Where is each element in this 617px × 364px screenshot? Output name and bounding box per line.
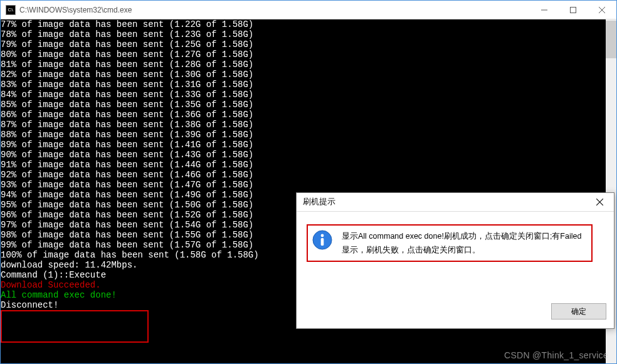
console-line: 77% of image data has been sent (1.22G o… [1, 19, 606, 29]
console-line: 85% of image data has been sent (1.35G o… [1, 100, 606, 110]
window-controls [530, 1, 616, 19]
svg-rect-1 [571, 7, 576, 13]
console-line: 79% of image data has been sent (1.25G o… [1, 39, 606, 49]
window-title: C:\WINDOWS\system32\cmd.exe [19, 6, 530, 14]
dialog-message: 显示All command exec done!刷机成功，点击确定关闭窗口;有F… [342, 229, 588, 257]
svg-rect-8 [321, 238, 324, 246]
console-line: 90% of image data has been sent (1.43G o… [1, 150, 606, 160]
dialog-titlebar: 刷机提示 [297, 193, 614, 212]
console-line: 84% of image data has been sent (1.33G o… [1, 90, 606, 100]
scrollbar-thumb[interactable] [606, 21, 616, 58]
console-line: 78% of image data has been sent (1.23G o… [1, 29, 606, 39]
dialog-footer: 确定 [297, 298, 614, 328]
cmd-icon: C:\. [6, 5, 16, 15]
flash-dialog: 刷机提示 显示All command exec done!刷机成功，点击确定关闭… [296, 192, 614, 329]
console-line: 92% of image data has been sent (1.46G o… [1, 170, 606, 180]
dialog-close-button[interactable] [586, 193, 614, 211]
dialog-title: 刷机提示 [303, 197, 586, 207]
console-line: 89% of image data has been sent (1.41G o… [1, 140, 606, 150]
console-line: 80% of image data has been sent (1.27G o… [1, 49, 606, 60]
titlebar: C:\. C:\WINDOWS\system32\cmd.exe [1, 1, 616, 19]
maximize-button[interactable] [559, 1, 588, 19]
console-line: 82% of image data has been sent (1.30G o… [1, 70, 606, 80]
ok-button[interactable]: 确定 [551, 303, 606, 320]
console-line: 83% of image data has been sent (1.31G o… [1, 80, 606, 90]
dialog-message-row: 显示All command exec done!刷机成功，点击确定关闭窗口;有F… [307, 224, 593, 262]
minimize-button[interactable] [530, 1, 559, 19]
highlight-box-console [1, 310, 149, 343]
console-line: 86% of image data has been sent (1.36G o… [1, 110, 606, 120]
console-line: 87% of image data has been sent (1.38G o… [1, 120, 606, 130]
info-icon [312, 229, 333, 251]
console-line: 81% of image data has been sent (1.28G o… [1, 60, 606, 70]
svg-point-7 [321, 234, 324, 237]
console-line: 91% of image data has been sent (1.44G o… [1, 160, 606, 170]
dialog-body: 显示All command exec done!刷机成功，点击确定关闭窗口;有F… [297, 212, 614, 298]
console-line: 88% of image data has been sent (1.39G o… [1, 130, 606, 140]
console-line: 93% of image data has been sent (1.47G o… [1, 180, 606, 190]
close-button[interactable] [588, 1, 616, 19]
